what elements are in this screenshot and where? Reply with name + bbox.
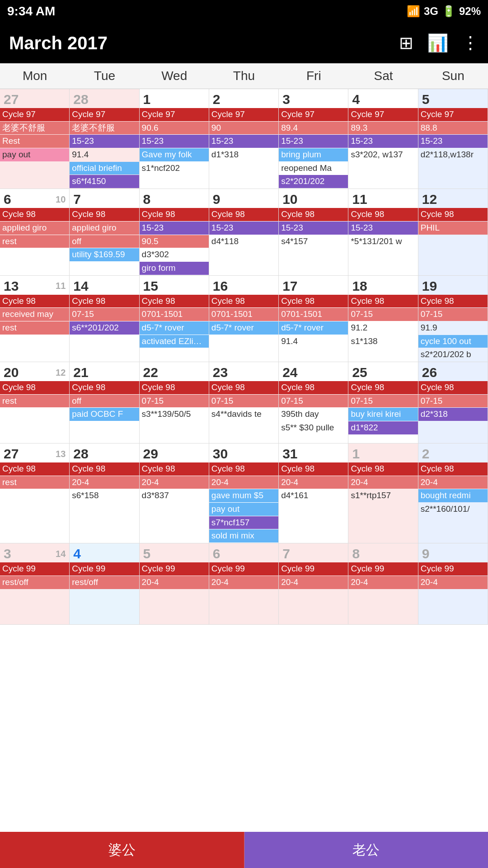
list-item[interactable]: rest/off bbox=[70, 576, 139, 589]
list-item[interactable]: 89.4 bbox=[279, 122, 348, 135]
list-item[interactable]: Cycle 99 bbox=[418, 562, 488, 576]
list-item[interactable]: rest/off bbox=[0, 576, 69, 589]
list-item[interactable]: 91.9 bbox=[418, 321, 488, 335]
nav-left[interactable]: 婆公 bbox=[0, 832, 244, 868]
list-item[interactable]: 15-23 bbox=[140, 135, 209, 148]
list-item[interactable]: 老婆不舒服 bbox=[70, 122, 139, 135]
list-item[interactable]: Cycle 98 bbox=[0, 208, 69, 221]
list-item[interactable]: Cycle 98 bbox=[209, 462, 278, 476]
table-row[interactable]: 5Cycle 9788.815-23d2*118,w138r bbox=[418, 89, 488, 189]
list-item[interactable]: s2*201/202 b bbox=[418, 348, 488, 361]
list-item[interactable]: Cycle 98 bbox=[70, 381, 139, 394]
list-item[interactable]: s1*138 bbox=[348, 335, 418, 348]
list-item[interactable]: rest bbox=[0, 476, 69, 489]
list-item[interactable]: Cycle 98 bbox=[418, 381, 488, 394]
list-item[interactable]: s4*157 bbox=[279, 235, 348, 248]
table-row[interactable]: 30Cycle 9820-4gave mum $5pay outs7*ncf15… bbox=[209, 443, 279, 543]
list-item[interactable]: Cycle 98 bbox=[209, 381, 278, 394]
list-item[interactable]: 07-15 bbox=[70, 308, 139, 321]
list-item[interactable]: d5-7* rover bbox=[209, 321, 278, 335]
table-row[interactable]: 8Cycle 9920-4 bbox=[348, 543, 418, 625]
list-item[interactable]: activated EZlink reloaded bbox=[140, 335, 209, 348]
list-item[interactable]: Cycle 98 bbox=[348, 381, 418, 394]
list-item[interactable]: s7*ncf157 bbox=[209, 516, 278, 529]
list-item[interactable]: Cycle 98 bbox=[279, 295, 348, 308]
list-item[interactable]: rest bbox=[0, 235, 69, 248]
list-item[interactable]: 91.4 bbox=[70, 148, 139, 161]
list-item[interactable]: s6**201/202 bbox=[70, 321, 139, 335]
list-item[interactable]: Cycle 97 bbox=[418, 108, 488, 121]
list-item[interactable]: Cycle 97 bbox=[0, 108, 69, 121]
table-row[interactable]: 2012Cycle 98rest bbox=[0, 362, 70, 443]
list-item[interactable]: Cycle 99 bbox=[0, 562, 69, 576]
list-item[interactable]: pay out bbox=[0, 148, 69, 161]
list-item[interactable]: Cycle 98 bbox=[279, 381, 348, 394]
list-item[interactable]: Cycle 98 bbox=[279, 462, 348, 476]
list-item[interactable]: s4**davids te bbox=[209, 408, 278, 421]
list-item[interactable]: bring plum bbox=[279, 148, 348, 161]
table-row[interactable]: 18Cycle 9807-1591.2s1*138 bbox=[348, 276, 418, 362]
nav-right[interactable]: 老公 bbox=[244, 832, 488, 868]
list-item[interactable]: d4*161 bbox=[279, 489, 348, 502]
list-item[interactable]: s6*f4150 bbox=[70, 175, 139, 188]
list-item[interactable]: Cycle 98 bbox=[209, 295, 278, 308]
list-item[interactable]: s2*201/202 bbox=[279, 175, 348, 188]
list-item[interactable]: 20-4 bbox=[209, 576, 278, 589]
list-item[interactable]: 20-4 bbox=[70, 476, 139, 489]
list-item[interactable]: 07-15 bbox=[348, 395, 418, 408]
list-item[interactable]: 15-23 bbox=[140, 222, 209, 235]
list-item[interactable]: d2*118,w138r bbox=[418, 148, 488, 161]
list-item[interactable]: 15-23 bbox=[279, 222, 348, 235]
table-row[interactable]: 16Cycle 980701-1501d5-7* rover bbox=[209, 276, 279, 362]
list-item[interactable]: 90.5 bbox=[140, 235, 209, 248]
list-item[interactable]: Cycle 98 bbox=[418, 295, 488, 308]
list-item[interactable]: s2**160/101/ bbox=[418, 503, 488, 516]
list-item[interactable]: reopened Ma bbox=[279, 162, 348, 175]
list-item[interactable]: Cycle 98 bbox=[70, 208, 139, 221]
list-item[interactable]: Cycle 98 bbox=[418, 208, 488, 221]
list-item[interactable]: rest bbox=[0, 321, 69, 335]
list-item[interactable]: 15-23 bbox=[209, 222, 278, 235]
table-row[interactable]: 22Cycle 9807-15s3**139/50/5 bbox=[140, 362, 209, 443]
list-item[interactable]: 20-4 bbox=[279, 576, 348, 589]
list-item[interactable]: 20-4 bbox=[348, 576, 418, 589]
list-item[interactable]: 老婆不舒服 bbox=[0, 122, 69, 135]
list-item[interactable]: Cycle 98 bbox=[279, 208, 348, 221]
list-item[interactable]: Cycle 97 bbox=[140, 108, 209, 121]
list-item[interactable]: d4*118 bbox=[209, 235, 278, 248]
list-item[interactable]: d5-7* rover bbox=[279, 321, 348, 335]
list-item[interactable]: s3**139/50/5 bbox=[140, 408, 209, 421]
table-row[interactable]: 314Cycle 99rest/off bbox=[0, 543, 70, 625]
table-row[interactable]: 9Cycle 9920-4 bbox=[418, 543, 488, 625]
list-item[interactable]: Cycle 98 bbox=[70, 295, 139, 308]
list-item[interactable]: d5-7* rover bbox=[140, 321, 209, 335]
table-row[interactable]: 25Cycle 9807-15buy kirei kireid1*822 bbox=[348, 362, 418, 443]
list-item[interactable]: 07-15 bbox=[418, 395, 488, 408]
table-row[interactable]: 1Cycle 9790.615-23Gave my folks1*ncf202 bbox=[140, 89, 209, 189]
list-item[interactable]: official briefin bbox=[70, 162, 139, 175]
list-item[interactable]: received may bbox=[0, 308, 69, 321]
list-item[interactable]: 07-15 bbox=[279, 395, 348, 408]
table-row[interactable]: 15Cycle 980701-1501d5-7* roveractivated … bbox=[140, 276, 209, 362]
list-item[interactable]: 88.8 bbox=[418, 122, 488, 135]
table-row[interactable]: 28Cycle 97老婆不舒服15-2391.4official briefin… bbox=[70, 89, 139, 189]
list-item[interactable]: paid OCBC F bbox=[70, 408, 139, 421]
list-item[interactable]: 20-4 bbox=[140, 476, 209, 489]
list-item[interactable]: Cycle 97 bbox=[279, 108, 348, 121]
table-row[interactable]: 10Cycle 9815-23s4*157 bbox=[279, 189, 348, 275]
list-item[interactable]: Cycle 98 bbox=[0, 381, 69, 394]
list-item[interactable]: d1*822 bbox=[348, 421, 418, 434]
list-item[interactable]: pay out bbox=[209, 503, 278, 516]
table-row[interactable]: 7Cycle 9920-4 bbox=[279, 543, 348, 625]
list-item[interactable]: 15-23 bbox=[348, 135, 418, 148]
list-item[interactable]: *5*131/201 w bbox=[348, 235, 418, 248]
list-item[interactable]: sold mi mix bbox=[209, 529, 278, 542]
list-item[interactable]: Cycle 98 bbox=[348, 208, 418, 221]
list-item[interactable]: 90 bbox=[209, 122, 278, 135]
table-row[interactable]: 31Cycle 9820-4d4*161 bbox=[279, 443, 348, 543]
list-item[interactable]: Cycle 97 bbox=[348, 108, 418, 121]
list-item[interactable]: bought redmi bbox=[418, 489, 488, 502]
table-row[interactable]: 4Cycle 99rest/off bbox=[70, 543, 139, 625]
list-item[interactable]: 0701-1501 bbox=[140, 308, 209, 321]
list-item[interactable]: Cycle 98 bbox=[209, 208, 278, 221]
